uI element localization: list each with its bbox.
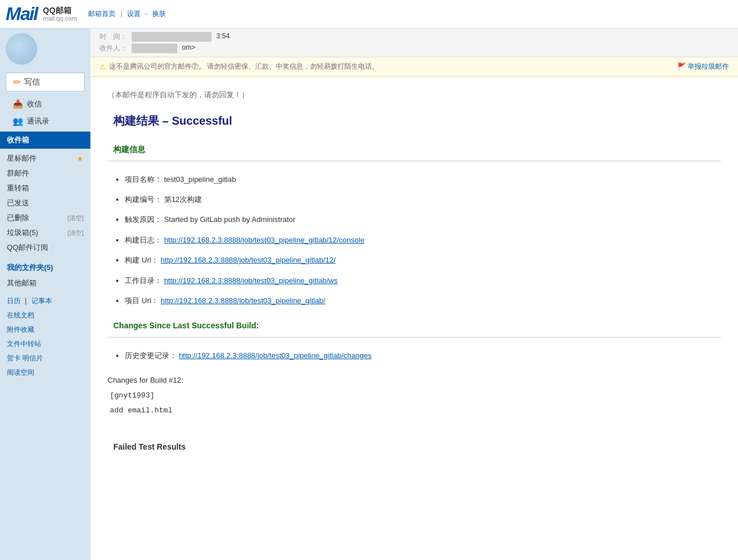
attachments-item[interactable]: 附件收藏 (0, 324, 90, 336)
list-item-log: 构建日志： http://192.168.2.3:8888/job/test03… (125, 233, 721, 247)
build-info-heading: 构建信息 (108, 142, 721, 157)
email-body: （本邮件是程序自动下发的，请勿回复！） 构建结果 – Successful 构建… (90, 77, 738, 466)
time-suffix: 3:54 (216, 32, 229, 42)
history-label: 历史变更记录： (125, 351, 177, 360)
sent-item[interactable]: 已发送 (0, 196, 90, 211)
reading-space-link[interactable]: 阅读空间 (7, 368, 34, 376)
auto-reply-note: （本邮件是程序自动下发的，请勿回复！） (108, 88, 721, 101)
header-nav: 邮箱首页 | 设置 – 换肤 (88, 9, 165, 19)
trash-label: 垃圾箱(5) (7, 228, 38, 238)
list-item-projecturl: 项目 Url： http://192.168.2.3:8888/job/test… (125, 294, 721, 307)
item6-label: 工作目录： (125, 276, 162, 285)
nav-settings[interactable]: 设置 (127, 10, 141, 18)
cards-link[interactable]: 贺卡 (7, 354, 21, 362)
item7-link[interactable]: http://192.168.2.3:8888/job/test03_pipel… (161, 296, 326, 305)
logo-icon: M·ail (6, 3, 37, 25)
email-meta-bar: 时 间： 3:54 收件人： om> (90, 29, 738, 57)
warning-bar: ⚠ 这不是腾讯公司的官方邮件⑦。 请勿轻信密保、汇款、中奖信息，勿轻易拨打陌生电… (90, 57, 738, 77)
content-area: 时 间： 3:54 收件人： om> ⚠ 这不是腾讯公司的官方邮件⑦。 请勿轻信… (90, 29, 738, 560)
online-docs-link[interactable]: 在线文档 (7, 311, 34, 319)
changes-heading: Changes Since Last Successful Build: (108, 319, 721, 333)
deleted-item[interactable]: 已删除 [清空] (0, 211, 90, 225)
sidebar: ✏ 写信 📥 收信 👥 通讯录 收件箱 星标邮件 ★ 群邮件 重转箱 已发送 (0, 29, 90, 560)
nav-dash: – (144, 10, 148, 18)
item4-label: 构建日志： (125, 236, 162, 244)
other-mailbox-label: 其他邮箱 (7, 278, 37, 288)
star-icon: ★ (77, 154, 84, 163)
item6-link[interactable]: http://192.168.2.3:8888/job/test03_pipel… (164, 276, 338, 285)
list-item-history: 历史变更记录： http://192.168.2.3:8888/job/test… (125, 349, 721, 362)
item7-label: 项目 Url： (125, 296, 158, 305)
my-folders-label: 我的文件夹(5) (7, 263, 53, 272)
inbox-label: 收信 (27, 99, 42, 109)
item2-label: 构建编号： (125, 195, 162, 204)
warning-text: 这不是腾讯公司的官方邮件⑦。 请勿轻信密保、汇款、中奖信息，勿轻易拨打陌生电话。 (109, 62, 379, 72)
recipient-row: 收件人： om> (100, 43, 729, 53)
redirect-label: 重转箱 (7, 183, 29, 193)
history-link[interactable]: http://192.168.2.3:8888/job/test03_pipel… (179, 351, 372, 360)
other-mailbox-item[interactable]: 其他邮箱 (0, 276, 90, 291)
logo-area: M·ail QQ邮箱 mail.qq.com (6, 3, 77, 25)
postcards-link[interactable]: 明信片 (22, 354, 43, 362)
inbox-folder-label: 收件箱 (7, 136, 29, 144)
qq-mascot (6, 33, 37, 65)
history-list: 历史变更记录： http://192.168.2.3:8888/job/test… (108, 349, 721, 362)
divider-2 (108, 337, 721, 337)
item1-value: test03_pipeline_gitlab (164, 175, 236, 184)
calendar-link[interactable]: 日历 (7, 297, 21, 305)
item4-link[interactable]: http://192.168.2.3:8888/job/test03_pipel… (164, 236, 365, 244)
recipient-label: 收件人： (100, 43, 127, 53)
my-folders-header[interactable]: 我的文件夹(5) (0, 260, 90, 276)
time-label: 时 间： (100, 32, 127, 42)
calendar-sep: ｜ (22, 297, 29, 305)
contacts-icon: 👥 (13, 116, 23, 126)
deleted-clear[interactable]: [清空] (68, 214, 84, 223)
time-blurred (132, 32, 212, 42)
inbox-button[interactable]: 📥 收信 (6, 96, 85, 112)
pencil-icon: ✏ (13, 77, 21, 88)
list-item-project: 项目名称： test03_pipeline_gitlab (125, 173, 721, 186)
nav-sep: | (121, 10, 122, 18)
compose-label: 写信 (24, 77, 40, 88)
inbox-icon: 📥 (13, 99, 23, 109)
commit-message: add email.html (108, 404, 721, 417)
contacts-label: 通讯录 (27, 116, 49, 126)
starred-item[interactable]: 星标邮件 ★ (0, 151, 90, 166)
recipient-suffix: om> (182, 43, 196, 53)
item5-label: 构建 Url： (125, 256, 158, 264)
starred-label: 星标邮件 (7, 153, 37, 164)
warning-icon: ⚠ (100, 63, 106, 71)
trash-clear[interactable]: [清空] (68, 229, 84, 237)
group-item[interactable]: 群邮件 (0, 166, 90, 181)
nav-switch[interactable]: 换肤 (152, 10, 166, 18)
sent-label: 已发送 (7, 198, 29, 208)
item1-label: 项目名称： (125, 175, 162, 184)
list-item-buildurl: 构建 Url： http://192.168.2.3:8888/job/test… (125, 253, 721, 267)
inbox-folder[interactable]: 收件箱 (0, 132, 90, 149)
file-transfer-link[interactable]: 文件中转站 (7, 340, 41, 348)
redirect-item[interactable]: 重转箱 (0, 181, 90, 196)
attachments-link[interactable]: 附件收藏 (7, 325, 34, 333)
item3-label: 触发原因： (125, 215, 162, 224)
subscription-label: QQ邮件订阅 (7, 243, 48, 253)
notes-link[interactable]: 记事本 (31, 297, 52, 305)
report-link[interactable]: 🚩 举报垃圾邮件 (677, 62, 729, 72)
file-transfer-item[interactable]: 文件中转站 (0, 338, 90, 350)
trash-item[interactable]: 垃圾箱(5) [清空] (0, 225, 90, 240)
nav-home[interactable]: 邮箱首页 (88, 10, 116, 18)
group-label: 群邮件 (7, 168, 29, 178)
item3-value: Started by GitLab push by Administrator (164, 215, 296, 224)
subscription-item[interactable]: QQ邮件订阅 (0, 240, 90, 255)
contacts-button[interactable]: 👥 通讯录 (6, 113, 85, 129)
compose-button[interactable]: ✏ 写信 (6, 73, 85, 92)
reading-space-item[interactable]: 阅读空间 (0, 367, 90, 379)
calendar-notes-row: 日历 ｜ 记事本 (0, 295, 90, 307)
time-row: 时 间： 3:54 (100, 32, 729, 42)
cards-row: 贺卡 明信片 (0, 352, 90, 364)
item5-link[interactable]: http://192.168.2.3:8888/job/test03_pipel… (161, 256, 336, 264)
online-docs-item[interactable]: 在线文档 (0, 309, 90, 321)
build-title: 构建结果 – Successful (108, 110, 721, 131)
list-item-trigger: 触发原因： Started by GitLab push by Administ… (125, 213, 721, 226)
logo-brand: QQ邮箱 (43, 6, 77, 15)
logo-domain: mail.qq.com (43, 15, 77, 22)
